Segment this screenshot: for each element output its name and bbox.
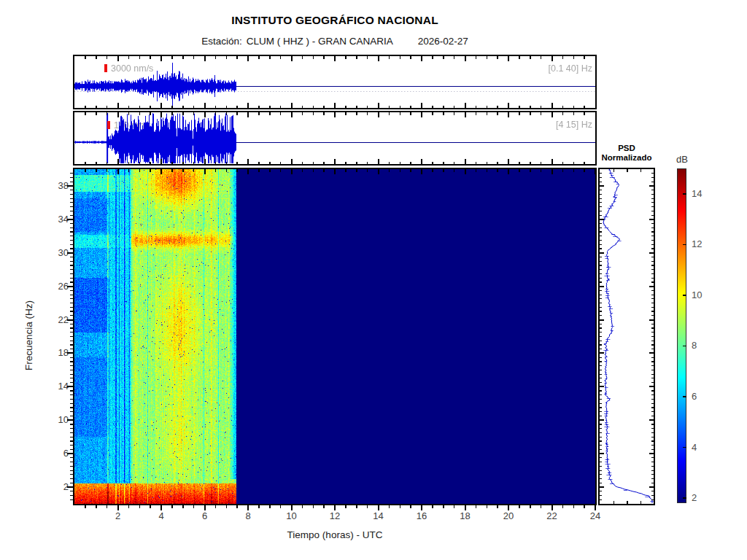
axis-tick [562,505,564,508]
axis-tick [519,505,520,508]
colorbar [677,168,686,503]
axis-tick [171,505,173,508]
seismogram-panel-filtered: 100 nm/s [4 15] Hz [73,111,597,166]
filter-label: [4 15] Hz [512,120,592,130]
axis-tick [465,505,466,510]
colorbar-tick-label: 14 [692,188,711,199]
axis-tick [497,505,498,508]
axis-tick [160,505,162,510]
axis-tick [487,505,488,508]
axis-tick [215,505,217,508]
y-axis-label: Frecuencia (Hz) [23,262,35,408]
colorbar-tick-label: 4 [692,442,711,453]
axis-tick [389,505,390,508]
colorbar-tick-label: 8 [692,340,711,351]
y-tick-label: 34 [41,214,69,225]
station-prefix-label: Estación: [201,36,242,47]
axis-tick [258,505,260,508]
x-tick-label: 12 [324,510,346,521]
axis-tick [356,505,357,508]
axis-tick [345,505,347,508]
station-name: CLUM ( HHZ ) - GRAN CANARIA [247,36,393,47]
axis-tick [595,505,596,510]
axis-tick [280,505,282,508]
axis-tick [323,505,325,508]
y-tick-label: 26 [41,281,69,292]
axis-tick [67,219,73,220]
y-tick-label: 18 [41,347,69,358]
filter-label: [0.1 40] Hz [512,63,592,74]
axis-tick [128,505,130,508]
axis-tick [139,505,141,508]
x-tick-label: 18 [454,510,476,521]
axis-tick [226,505,228,508]
colorbar-tick-label: 6 [692,391,711,402]
y-tick-label: 22 [41,314,69,325]
axis-tick [541,505,542,508]
spectrogram-panel [73,168,597,505]
axis-tick [421,505,422,510]
axis-tick [367,505,368,508]
axis-tick [67,286,73,287]
axis-tick [476,505,477,508]
psd-panel [598,168,655,505]
colorbar-tick-label: 10 [692,289,711,300]
x-tick-label: 2 [107,510,129,521]
y-tick-label: 10 [41,414,69,425]
axis-tick [193,505,195,508]
axis-tick [291,505,293,510]
y-tick-label: 14 [41,381,69,392]
x-tick-label: 16 [411,510,433,521]
seismogram-panel-broadband: 3000 nm/s [0.1 40] Hz [73,55,597,109]
y-tick-label: 2 [41,481,69,492]
psd-curve-canvas [600,169,654,504]
x-axis-label: Tiempo (horas) - UTC [73,529,597,540]
axis-tick [236,505,238,508]
spectrogram-canvas [74,169,595,504]
y-tick-label: 6 [41,448,69,459]
axis-tick [378,505,379,510]
x-tick-label: 6 [194,510,216,521]
x-tick-label: 8 [237,510,259,521]
scale-marker-icon [104,64,107,72]
axis-tick [150,505,151,508]
axis-tick [67,386,73,387]
axis-tick [96,505,97,508]
colorbar-unit-label: dB [669,154,695,165]
axis-tick [107,505,108,508]
axis-tick [67,453,73,454]
x-tick-label: 4 [150,510,172,521]
axis-tick [432,505,433,508]
axis-tick [410,505,411,508]
axis-tick [334,505,336,510]
axis-tick [573,505,575,508]
axis-tick [67,419,73,421]
y-tick-label: 30 [41,247,69,258]
colorbar-tick-label: 2 [692,492,711,503]
axis-tick [400,505,401,508]
axis-tick [530,505,531,508]
axis-tick [454,505,455,508]
axis-tick [551,505,553,510]
scale-marker-icon [107,121,110,129]
x-tick-label: 22 [541,510,563,521]
axis-tick [584,505,585,508]
page-title: INSTITUTO GEOGRÁFICO NACIONAL [73,14,597,27]
axis-tick [302,505,303,508]
x-tick-label: 14 [368,510,390,521]
axis-tick [204,505,206,510]
x-tick-label: 24 [584,510,606,521]
psd-title: PSD Normalizado [586,144,667,163]
station-subtitle: Estación:CLUM ( HHZ ) - GRAN CANARIA2026… [73,36,597,47]
axis-tick [313,505,314,508]
x-tick-label: 10 [281,510,303,521]
axis-tick [67,352,73,354]
scale-label: 3000 nm/s [111,63,153,74]
axis-tick [182,505,184,508]
axis-tick [67,185,73,187]
axis-tick [508,505,509,510]
axis-tick [85,505,86,508]
axis-tick [67,252,73,254]
axis-tick [117,505,119,510]
axis-tick [443,505,444,508]
